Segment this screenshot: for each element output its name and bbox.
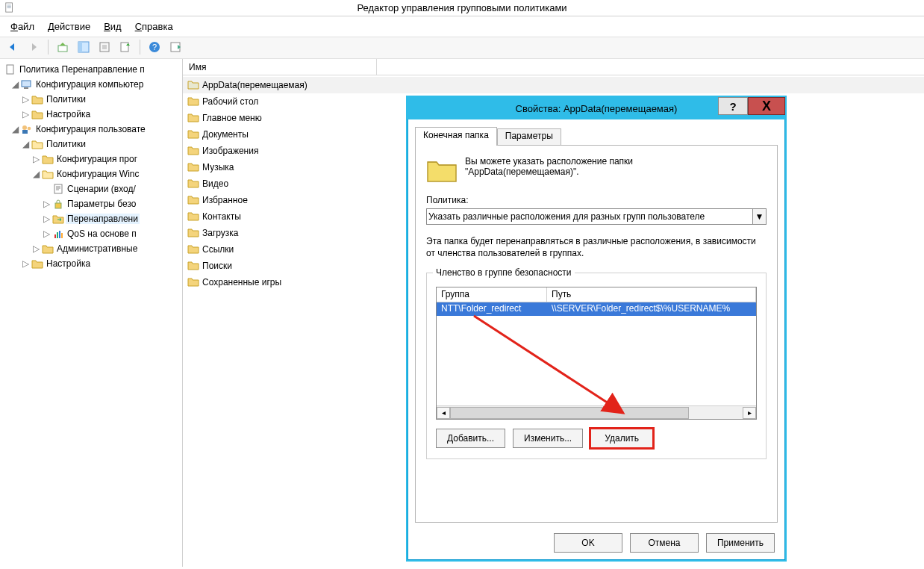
scroll-thumb[interactable] [450,407,689,419]
expand-icon[interactable]: ▷ [42,199,51,208]
tree-comp-prefs[interactable]: ▷ Настройка [0,107,182,122]
tree-admin-templates[interactable]: ▷ Административные [0,241,182,256]
svg-rect-12 [7,65,13,74]
grid-col-path[interactable]: Путь [547,287,756,302]
tree-qos[interactable]: ▷ QoS на основе п [0,226,182,241]
scroll-track[interactable] [450,407,743,419]
list-item-label: Избранное [202,195,248,205]
list-item[interactable]: AppData(перемещаемая) [183,77,924,93]
tree-folder-redirect[interactable]: ▷ Перенаправлени [0,211,182,226]
ok-button[interactable]: OK [554,533,622,553]
collapse-icon[interactable]: ◢ [10,125,19,134]
tree-comp-policies[interactable]: ▷ Политики [0,92,182,107]
grid-row[interactable]: NTT\Folder_redirect \\SERVER\Folder_redi… [437,302,756,316]
svg-rect-23 [61,233,63,238]
menu-view[interactable]: Вид [104,21,122,32]
folder-icon [42,243,54,255]
policy-combo[interactable]: Указать различные расположения для разны… [426,208,767,225]
tab-parameters[interactable]: Параметры [497,128,561,145]
list-item-label: Загрузка [202,228,239,238]
tree-user-policies[interactable]: ◢ Политики [0,137,182,152]
svg-rect-14 [24,87,28,89]
navigation-tree[interactable]: Политика Перенаправление п ◢ Конфигураци… [0,59,183,567]
folder-icon [31,258,43,270]
delete-button[interactable]: Удалить [590,429,653,448]
tab-target-folder[interactable]: Конечная папка [415,127,497,146]
horizontal-scrollbar[interactable]: ◂ ▸ [437,405,756,419]
folder-redirect-icon [52,213,64,225]
svg-rect-22 [59,231,60,238]
computer-icon [21,78,33,90]
svg-rect-2 [7,6,11,7]
refresh-button[interactable] [96,39,113,55]
list-item-label: Сохраненные игры [202,277,281,287]
tree-root[interactable]: Политика Перенаправление п [0,62,182,77]
collapse-icon[interactable]: ◢ [31,170,40,178]
apply-button[interactable]: Применить [706,533,775,553]
security-group-box: Членство в группе безопасности Группа Пу… [426,273,767,459]
export-button[interactable] [117,39,134,55]
svg-point-17 [28,127,31,131]
tree-computer-config[interactable]: ◢ Конфигурация компьютер [0,77,182,92]
app-icon [4,2,15,13]
add-button[interactable]: Добавить... [436,429,505,448]
expand-icon[interactable]: ▷ [42,229,51,238]
document-icon [4,63,16,75]
folder-icon [187,194,199,207]
expand-icon[interactable]: ▷ [21,259,30,268]
folder-icon [31,108,43,120]
svg-rect-13 [22,81,31,87]
chevron-down-icon[interactable]: ▼ [752,209,766,224]
tree-user-config[interactable]: ◢ Конфигурация пользовате [0,122,182,137]
policy-description: Эта папка будет перенаправляться в разли… [426,235,767,259]
dialog-titlebar[interactable]: Свойства: AppData(перемещаемая) ? X [408,97,785,119]
folder-icon [187,96,199,108]
tree-security-params[interactable]: ▷ Параметры безо [0,196,182,211]
folder-icon [42,153,54,165]
grid-col-group[interactable]: Группа [437,287,547,302]
script-icon [52,183,64,195]
collapse-icon[interactable]: ◢ [10,80,19,89]
tree-software-cfg[interactable]: ▷ Конфигурация прог [0,152,182,167]
expand-icon[interactable]: ▷ [21,110,30,119]
tree-toggle-button[interactable] [75,39,92,55]
scroll-right-button[interactable]: ▸ [743,407,756,419]
folder-open-icon [31,138,43,150]
scroll-left-button[interactable]: ◂ [437,407,450,419]
tree-windows-cfg[interactable]: ◢ Конфигурация Winc [0,167,182,181]
svg-rect-20 [54,234,56,238]
menu-action[interactable]: Действие [48,21,90,32]
expand-icon[interactable]: ▷ [31,244,40,253]
list-item-label: Ссылки [202,244,234,255]
tree-user-prefs[interactable]: ▷ Настройка [0,256,182,271]
dialog-close-button[interactable]: X [748,97,785,115]
list-header[interactable]: Имя [183,59,924,75]
dialog-info-text: Вы можете указать расположение папки "Ap… [465,156,633,177]
svg-point-15 [22,125,27,130]
expand-icon[interactable]: ▷ [21,95,30,104]
menu-bar: Файл Действие Вид Справка [0,16,924,37]
forward-button[interactable] [25,39,42,55]
expand-icon[interactable]: ▷ [31,155,40,164]
up-button[interactable] [54,39,71,55]
edit-button[interactable]: Изменить... [513,429,583,448]
column-name[interactable]: Имя [183,59,377,75]
help-button[interactable]: ? [146,39,163,55]
menu-file[interactable]: Файл [10,21,34,32]
list-item-label: Изображения [202,146,258,156]
filter-button[interactable] [167,39,184,55]
folder-icon [187,178,199,190]
toolbar: ? [0,37,924,59]
dialog-help-button[interactable]: ? [718,97,748,115]
back-button[interactable] [4,39,21,55]
lock-icon [52,198,64,210]
folder-icon [187,260,199,273]
window-title: Редактор управления групповыми политикам… [357,2,566,13]
cancel-button[interactable]: Отмена [630,533,699,553]
expand-icon[interactable]: ▷ [42,214,51,223]
tree-scripts[interactable]: ▷ Сценарии (вход/ [0,181,182,196]
collapse-icon[interactable]: ◢ [21,140,30,149]
menu-help[interactable]: Справка [135,21,173,32]
list-item-label: Видео [202,178,228,189]
membership-grid[interactable]: Группа Путь NTT\Folder_redirect \\SERVER… [436,287,757,420]
